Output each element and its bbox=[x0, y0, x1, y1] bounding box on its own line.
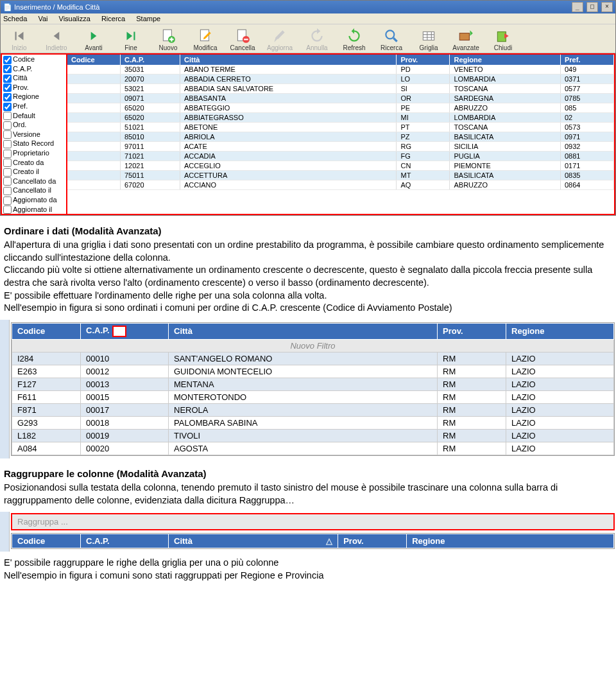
checkbox-icon[interactable] bbox=[3, 93, 12, 101]
column-toggle[interactable]: Pref. bbox=[2, 101, 66, 111]
checkbox-icon[interactable] bbox=[3, 65, 12, 73]
column-header[interactable]: Città bbox=[169, 323, 438, 339]
table-row[interactable]: 75011ACCETTURAMTBASILICATA0835 bbox=[67, 171, 614, 180]
column-header[interactable]: Regione bbox=[407, 534, 614, 548]
table-row[interactable]: 53021ABBADIA SAN SALVATORESITOSCANA0577 bbox=[67, 84, 614, 94]
group-by-bar[interactable]: Raggruppa ... bbox=[11, 513, 615, 530]
checkbox-icon[interactable] bbox=[3, 196, 12, 205]
checkbox-icon[interactable] bbox=[3, 74, 12, 83]
menu-vai[interactable]: Vai bbox=[38, 15, 47, 22]
column-toggle[interactable]: Proprietario bbox=[2, 148, 66, 158]
checkbox-icon[interactable] bbox=[3, 83, 12, 92]
table-row[interactable]: 65020ABBATEGGIOPEABRUZZO085 bbox=[67, 103, 614, 113]
column-header[interactable]: Città bbox=[180, 55, 397, 65]
table-row[interactable]: 35031ABANO TERMEPDVENETO049 bbox=[67, 65, 614, 74]
column-toggle[interactable]: Default bbox=[2, 111, 66, 121]
table-row[interactable]: 85010ABRIOLAPZBASILICATA0971 bbox=[67, 132, 614, 142]
column-toggle[interactable]: C.A.P. bbox=[2, 64, 66, 74]
maximize-icon[interactable]: □ bbox=[586, 2, 598, 12]
column-toggle[interactable]: Prov. bbox=[2, 83, 66, 92]
table-row[interactable]: 65020ABBIATEGRASSOMILOMBARDIA02 bbox=[67, 113, 614, 123]
cell: RM bbox=[438, 429, 506, 442]
close-icon[interactable]: × bbox=[601, 2, 613, 12]
column-toggle[interactable]: Aggiornato il bbox=[2, 205, 66, 214]
table-row[interactable]: F12700013MENTANARMLAZIO bbox=[12, 378, 614, 390]
column-header[interactable]: Prov. bbox=[338, 534, 407, 548]
menu-visualizza[interactable]: Visualizza bbox=[59, 15, 90, 22]
column-header[interactable]: Pref. bbox=[561, 55, 614, 65]
column-toggle[interactable]: Creato il bbox=[2, 167, 66, 177]
table-row[interactable]: 12021ACCEGLIOCNPIEMONTE0171 bbox=[67, 161, 614, 171]
column-toggle[interactable]: Stato Record bbox=[2, 139, 66, 148]
table-row[interactable]: 97011ACATERGSICILIA0932 bbox=[67, 142, 614, 152]
table-row[interactable]: E26300012GUIDONIA MONTECELIORMLAZIO bbox=[12, 365, 614, 378]
cell: I284 bbox=[12, 352, 81, 365]
column-toggle[interactable]: Città bbox=[2, 73, 66, 83]
table-row[interactable]: 09071ABBASANTAORSARDEGNA0785 bbox=[67, 94, 614, 103]
toolbar-refresh[interactable]: Refresh bbox=[336, 26, 373, 53]
cell bbox=[67, 94, 121, 103]
table-row[interactable]: 51021ABETONEPTTOSCANA0573 bbox=[67, 123, 614, 132]
menu-scheda[interactable]: Scheda bbox=[3, 15, 27, 22]
toolbar-griglia[interactable]: Griglia bbox=[410, 26, 447, 53]
checkbox-icon[interactable] bbox=[3, 168, 12, 177]
table-row[interactable]: I28400010SANT'ANGELO ROMANORMLAZIO bbox=[12, 352, 614, 365]
column-header[interactable]: Regione bbox=[450, 55, 561, 65]
column-toggle[interactable]: Cancellato il bbox=[2, 186, 66, 195]
column-header[interactable]: Codice bbox=[12, 323, 81, 339]
column-toggle[interactable]: Creato da bbox=[2, 158, 66, 168]
checkbox-icon[interactable] bbox=[3, 140, 12, 148]
column-toggle[interactable]: Regione bbox=[2, 92, 66, 101]
cell: RM bbox=[438, 365, 506, 378]
toolbar-avanti[interactable]: Avanti bbox=[75, 26, 112, 53]
column-header[interactable]: C.A.P. bbox=[81, 323, 169, 339]
toolbar-avanzate[interactable]: Avanzate bbox=[447, 26, 484, 53]
toolbar-fine[interactable]: Fine bbox=[112, 26, 150, 53]
table-row[interactable]: 20070ABBADIA CERRETOLOLOMBARDIA0371 bbox=[67, 74, 614, 84]
menu-ricerca[interactable]: Ricerca bbox=[101, 15, 125, 22]
table-row[interactable]: A08400020AGOSTARMLAZIO bbox=[12, 442, 614, 455]
checkbox-icon[interactable] bbox=[3, 103, 12, 111]
column-header[interactable]: Città △ bbox=[169, 534, 338, 548]
column-header[interactable]: Regione bbox=[506, 323, 614, 339]
paragraph: Nell'esempio in figura si sono ordinati … bbox=[4, 302, 612, 315]
cell: ABANO TERME bbox=[180, 65, 397, 74]
toolbar-modifica[interactable]: Modifica bbox=[187, 26, 224, 53]
column-header[interactable]: Prov. bbox=[438, 323, 506, 339]
column-header[interactable]: C.A.P. bbox=[121, 55, 180, 65]
checkbox-icon[interactable] bbox=[3, 205, 12, 214]
table-row[interactable]: L18200019TIVOLIRMLAZIO bbox=[12, 429, 614, 442]
minimize-icon[interactable]: _ bbox=[572, 2, 583, 12]
column-toggle[interactable]: Aggiornato da bbox=[2, 195, 66, 205]
toolbar-nuovo[interactable]: Nuovo bbox=[150, 26, 187, 53]
checkbox-icon[interactable] bbox=[3, 159, 12, 167]
column-toggle[interactable]: Codice bbox=[2, 55, 66, 64]
table-row[interactable]: G29300018PALOMBARA SABINARMLAZIO bbox=[12, 416, 614, 429]
checkbox-icon[interactable] bbox=[3, 56, 12, 64]
checkbox-icon[interactable] bbox=[3, 121, 12, 130]
checkbox-icon[interactable] bbox=[3, 112, 12, 120]
table-row[interactable]: F61100015MONTEROTONDORMLAZIO bbox=[12, 390, 614, 403]
cell bbox=[67, 171, 121, 180]
table-row[interactable]: 71021ACCADIAFGPUGLIA0881 bbox=[67, 152, 614, 161]
checkbox-icon[interactable] bbox=[3, 130, 12, 139]
column-header[interactable]: Prov. bbox=[397, 55, 450, 65]
menu-stampe[interactable]: Stampe bbox=[136, 15, 160, 22]
column-header[interactable]: Codice bbox=[12, 534, 81, 548]
toolbar-cancella[interactable]: Cancella bbox=[224, 26, 261, 53]
toolbar-ricerca[interactable]: Ricerca bbox=[373, 26, 410, 53]
checkbox-icon[interactable] bbox=[3, 150, 12, 158]
cell: RM bbox=[438, 352, 506, 365]
table-row[interactable]: 67020ACCIANOAQABRUZZO0864 bbox=[67, 180, 614, 190]
column-header[interactable]: Codice bbox=[67, 55, 121, 65]
table-row[interactable]: F87100017NEROLARMLAZIO bbox=[12, 403, 614, 416]
checkbox-icon[interactable] bbox=[3, 187, 12, 195]
column-toggle[interactable]: Cancellato da bbox=[2, 177, 66, 186]
column-header[interactable]: C.A.P. bbox=[81, 534, 169, 548]
cell: LAZIO bbox=[506, 442, 614, 455]
filter-row[interactable]: Nuovo Filtro bbox=[12, 339, 614, 352]
column-toggle[interactable]: Versione bbox=[2, 130, 66, 139]
checkbox-icon[interactable] bbox=[3, 177, 12, 186]
toolbar-chiudi[interactable]: Chiudi bbox=[484, 26, 522, 53]
column-toggle[interactable]: Ord. bbox=[2, 120, 66, 130]
